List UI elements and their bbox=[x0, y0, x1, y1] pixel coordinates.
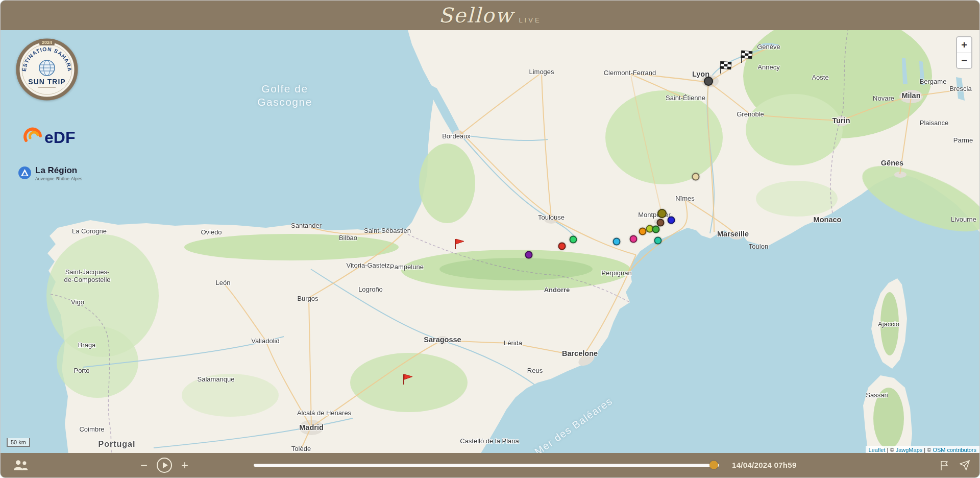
participant-marker[interactable] bbox=[639, 228, 647, 235]
scale-label: 50 km bbox=[7, 438, 30, 447]
zoom-control: + − bbox=[956, 36, 972, 69]
region-title: La Région bbox=[35, 166, 82, 175]
map-canvas[interactable]: LimogesClermont-FerrandLyonGenèveAnnecyS… bbox=[1, 30, 979, 454]
scale-bar: 50 km bbox=[7, 438, 30, 447]
participant-marker[interactable] bbox=[630, 235, 638, 243]
attribution-text: | © bbox=[886, 447, 896, 453]
finish-flag-marker[interactable] bbox=[718, 60, 733, 77]
participant-marker[interactable] bbox=[525, 251, 533, 259]
participant-marker[interactable] bbox=[570, 236, 577, 244]
participant-marker[interactable] bbox=[692, 173, 700, 181]
play-button[interactable] bbox=[157, 458, 172, 473]
suntrip-name: SUN TRIP bbox=[28, 78, 65, 86]
edf-wordmark: eDF bbox=[44, 128, 75, 147]
participant-marker[interactable] bbox=[652, 226, 660, 233]
app-window: Sellow LIVE bbox=[0, 0, 980, 478]
region-subtitle: Auvergne-Rhône-Alpes bbox=[35, 176, 82, 181]
flag-icon bbox=[939, 460, 950, 471]
top-bar: Sellow LIVE bbox=[1, 1, 979, 30]
participant-marker[interactable] bbox=[613, 238, 621, 246]
race-flag-marker[interactable] bbox=[453, 237, 466, 252]
speed-decrease-button[interactable]: − bbox=[137, 458, 151, 472]
participant-marker[interactable] bbox=[668, 217, 675, 224]
attribution-text: | © bbox=[922, 447, 933, 453]
participant-marker[interactable] bbox=[657, 209, 667, 218]
brand-live-label: LIVE bbox=[519, 16, 541, 24]
finish-flag-marker[interactable] bbox=[739, 49, 754, 66]
zoom-out-button[interactable]: − bbox=[957, 53, 971, 68]
map-markers-layer bbox=[1, 30, 979, 454]
participant-marker[interactable] bbox=[704, 77, 713, 86]
suntrip-year: 2024 bbox=[42, 40, 52, 45]
edf-logo: eDF bbox=[19, 122, 79, 150]
participant-marker[interactable] bbox=[558, 243, 566, 250]
participants-button[interactable] bbox=[13, 459, 29, 473]
region-icon bbox=[18, 166, 32, 180]
race-flag-marker[interactable] bbox=[401, 372, 414, 388]
brand-logo: Sellow LIVE bbox=[438, 4, 541, 27]
attribution-link[interactable]: OSM contributors bbox=[933, 447, 976, 453]
brand-name: Sellow bbox=[438, 4, 513, 27]
suntrip-logo: 2024 DESTINATION SAHARA ! SUN TRIP bbox=[16, 38, 78, 101]
attribution-link[interactable]: JawgMaps bbox=[896, 447, 923, 453]
timeline-bar: − + 14/04/2024 07h59 bbox=[1, 453, 979, 477]
speed-increase-button[interactable]: + bbox=[178, 458, 191, 472]
play-icon bbox=[163, 462, 168, 468]
timeline-slider[interactable] bbox=[254, 464, 719, 467]
share-button[interactable] bbox=[959, 460, 970, 473]
participant-marker[interactable] bbox=[654, 237, 662, 245]
participant-marker[interactable] bbox=[657, 219, 665, 227]
attribution-link[interactable]: Leaflet bbox=[869, 447, 886, 453]
checkpoints-button[interactable] bbox=[939, 460, 950, 473]
timeline-timestamp: 14/04/2024 07h59 bbox=[732, 461, 797, 469]
send-icon bbox=[959, 460, 970, 471]
timeline-handle[interactable] bbox=[709, 461, 718, 469]
zoom-in-button[interactable]: + bbox=[957, 37, 971, 53]
people-icon bbox=[13, 459, 29, 471]
region-logo: La Région Auvergne-Rhône-Alpes bbox=[18, 166, 82, 181]
